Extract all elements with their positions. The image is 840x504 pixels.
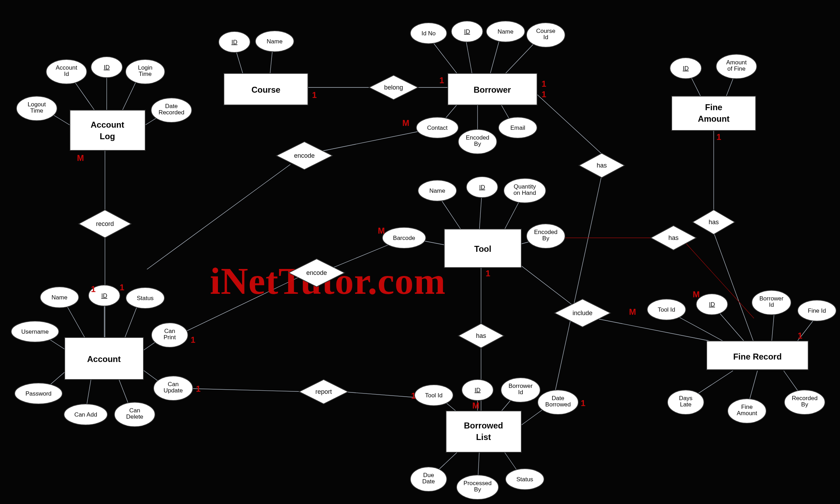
svg-text:Date: Date [552,395,564,402]
card-borrower-has-a: 1 [542,79,546,88]
svg-text:Fine Record: Fine Record [733,352,782,361]
svg-text:Recorded: Recorded [158,109,184,116]
card-course-belong: 1 [312,90,317,100]
svg-text:Borrowed: Borrowed [464,421,503,430]
card-finerecord-has: 1 [798,331,802,340]
attr-frec-fineamt: FineAmount [728,399,766,423]
svg-text:Id No: Id No [422,30,436,37]
attr-tool-barcode: Barcode [382,227,426,248]
attr-blist-status: Status [506,469,544,490]
rel-has-borrower-list: has [579,153,624,178]
svg-text:Date: Date [165,103,178,109]
svg-text:has: has [597,162,607,169]
card-finerecord-has2: M [693,290,700,299]
svg-text:Id: Id [543,34,548,41]
svg-text:Password: Password [26,390,52,397]
attr-tool-encodedby: EncodedBy [527,224,565,248]
attr-blist-duedate: DueDate [410,467,447,491]
svg-text:Tool Id: Tool Id [658,306,675,313]
attr-borrower-id: ID [451,21,483,42]
svg-text:Fine: Fine [705,102,722,112]
svg-text:Name: Name [267,38,282,45]
svg-text:Fine Id: Fine Id [808,307,826,314]
svg-text:Barcode: Barcode [393,235,415,241]
attr-borrower-name: Name [486,21,525,42]
attr-borrower-courseid: CourseId [527,23,565,47]
svg-text:Account: Account [56,64,77,71]
svg-text:Borrower: Borrower [509,383,533,389]
svg-text:Date: Date [422,478,435,485]
svg-text:Account: Account [87,354,121,364]
svg-text:ID: ID [475,387,481,393]
svg-text:Email: Email [510,125,525,131]
card-blist-has2: 1 [581,398,585,408]
card-tool-has: 1 [486,269,490,278]
svg-text:Name: Name [497,28,513,35]
svg-text:Late: Late [680,401,691,408]
svg-text:Username: Username [21,328,49,335]
rel-record: record [79,210,131,238]
entity-account-log: Account Log [70,110,145,150]
attr-blist-toolid: Tool Id [415,385,453,406]
svg-text:Id: Id [64,71,69,77]
svg-text:Recorded: Recorded [792,395,818,402]
svg-text:belong: belong [384,84,403,91]
card-tool-encode: M [378,226,385,235]
attr-account-canupdate: CanUpdate [154,376,193,400]
card-account-encode: 1 [120,283,124,292]
attr-frec-id: ID [696,294,728,315]
svg-rect-7 [70,110,145,150]
svg-rect-14 [446,411,521,452]
svg-text:Borrower: Borrower [760,295,784,302]
svg-text:has: has [668,234,678,241]
entity-fine-record: Fine Record [707,341,808,370]
card-borrower-encode: M [402,118,409,128]
card-borrower-has-b: 1 [542,90,546,99]
card-fineamount-has: 1 [717,132,721,142]
attr-frec-fineid: Fine Id [798,300,836,321]
attr-tool-id: ID [466,177,498,198]
attr-borrower-email: Email [499,117,537,138]
svg-text:on Hand: on Hand [514,190,536,196]
svg-text:has: has [708,219,719,226]
svg-text:Encoded: Encoded [466,134,489,141]
attr-acclog-accountid: AccountId [46,59,87,84]
attr-frec-recordedby: RecordedBy [784,390,825,414]
svg-text:ID: ID [683,65,689,72]
svg-text:Borrowed: Borrowed [545,401,571,408]
attr-blist-id: ID [462,379,493,400]
svg-text:ID: ID [709,301,715,308]
card-frec-include: M [629,307,636,317]
rel-belong: belong [369,75,418,100]
svg-text:Delete: Delete [126,413,143,420]
attr-acclog-logintime: LoginTime [126,59,165,84]
svg-text:Can: Can [129,407,140,414]
attr-account-username: Username [11,321,59,342]
svg-text:Status: Status [516,476,533,483]
attr-tool-name: Name [418,180,457,201]
card-blist-report: 1 [411,391,416,400]
attr-account-canadd: Can Add [64,404,107,425]
svg-text:Id: Id [769,301,774,308]
svg-text:Logout: Logout [28,101,46,108]
svg-text:By: By [542,235,549,242]
attr-tool-qty: Quantityon Hand [504,178,546,203]
attr-acclog-logouttime: LogoutTime [16,96,57,121]
attr-fineamount-id: ID [670,58,701,79]
attr-acclog-id: ID [91,57,122,78]
card-account-report: 1 [196,384,200,393]
entity-account: Account [65,338,143,379]
svg-text:Amount: Amount [737,410,757,417]
attr-frec-borrowerid: BorrowerId [752,290,791,315]
svg-text:Days: Days [679,395,693,402]
entity-borrowed-list: Borrowed List [446,411,521,452]
svg-text:Can: Can [164,328,175,334]
svg-text:Tool: Tool [474,244,492,254]
svg-text:Log: Log [100,132,115,141]
svg-text:report: report [315,388,332,395]
svg-text:Contact: Contact [427,125,448,131]
card-account-encodetool: 1 [191,335,195,345]
attr-account-canprint: CanPrint [151,323,188,347]
attr-course-id: ID [219,31,250,52]
svg-text:Due: Due [423,472,434,478]
